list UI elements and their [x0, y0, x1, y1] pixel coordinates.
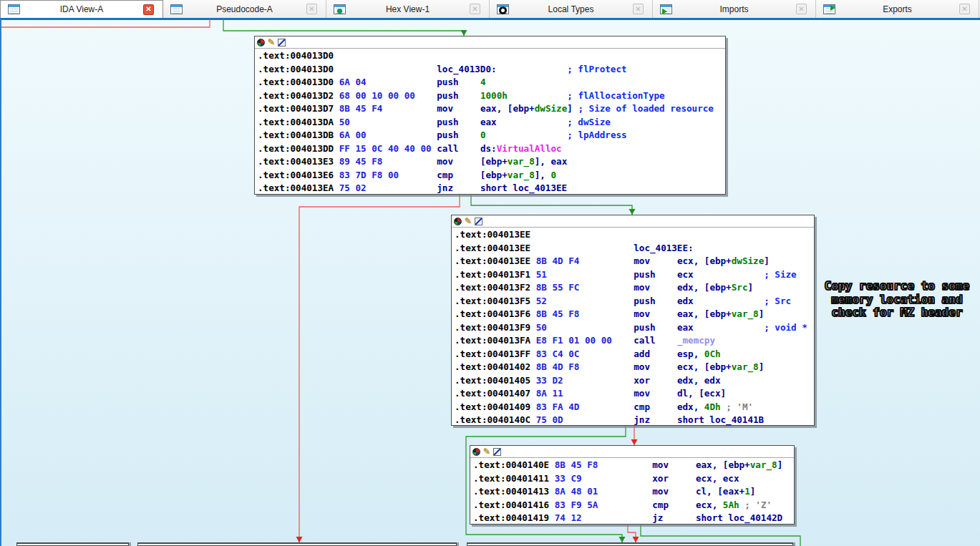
- disassembly-line[interactable]: .text:004013F2 8B 55 FC mov edx, [ebp+Sr…: [455, 281, 814, 295]
- hex-view-icon: [334, 4, 346, 14]
- node-pencil-icon[interactable]: ✎: [268, 39, 275, 47]
- tab-local-types[interactable]: Local Types✕: [490, 0, 653, 18]
- disassembly-line[interactable]: .text:004013DB 6A 00 push 0 ; lpAddress: [258, 129, 725, 142]
- node-chart-icon[interactable]: [475, 218, 482, 225]
- disassembly-line[interactable]: .text:004013E6 83 7D F8 00 cmp [ebp+var_…: [258, 169, 725, 182]
- tab-label: Hex View-1: [346, 4, 470, 14]
- tab-ida-view-a[interactable]: IDA View-A✕: [0, 0, 163, 18]
- tab-label: Pseudocode-A: [183, 4, 306, 14]
- disassembly-line[interactable]: .text:004013EE: [455, 228, 814, 242]
- tab-bar: IDA View-A✕Pseudocode-A✕Hex View-1✕Local…: [0, 0, 980, 19]
- node-pie-icon[interactable]: [472, 448, 480, 456]
- node-body: .text:004013EE.text:004013EE loc_4013EE:…: [452, 228, 814, 427]
- exports-icon: [823, 4, 835, 14]
- local-types-icon: [497, 4, 509, 14]
- tab-pseudocode-a[interactable]: Pseudocode-A✕: [163, 0, 326, 18]
- disassembly-line[interactable]: .text:004013FA E8 F1 01 00 00 call _memc…: [455, 334, 814, 348]
- disassembly-line[interactable]: .text:004013D2 68 00 10 00 00 push 1000h…: [258, 89, 725, 103]
- pseudocode-icon: [170, 4, 183, 14]
- node-chart-icon[interactable]: [278, 39, 286, 47]
- node-loc-4013EE[interactable]: ✎.text:004013EE.text:004013EE loc_4013EE…: [451, 215, 815, 426]
- disassembly-line[interactable]: .text:004013DA 50 push eax ; dwSize: [258, 116, 725, 130]
- tab-exports[interactable]: Exports✕: [816, 0, 979, 18]
- disassembly-line[interactable]: .text:004013DD FF 15 0C 40 40 00 call ds…: [258, 142, 725, 156]
- node-header: ✎: [255, 36, 725, 49]
- ida-view-icon: [8, 4, 20, 14]
- tab-close-icon[interactable]: ✕: [796, 4, 807, 14]
- disassembly-line[interactable]: .text:004013D0 6A 04 push 4: [258, 76, 725, 89]
- imports-icon: [660, 4, 672, 14]
- disassembly-line[interactable]: .text:004013EE loc_4013EE:: [455, 242, 814, 255]
- disassembly-line[interactable]: .text:00401407 8A 11 mov dl, [ecx]: [455, 387, 814, 401]
- disassembly-line[interactable]: .text:004013D0 loc_4013D0: ; flProtect: [258, 63, 725, 77]
- disassembly-line[interactable]: .text:00401413 8A 48 01 mov cl, [eax+1]: [473, 485, 794, 499]
- node-partial-right[interactable]: [467, 542, 793, 546]
- disassembly-line[interactable]: .text:0040140E 8B 45 F8 mov eax, [ebp+va…: [473, 459, 794, 472]
- node-partial-mid[interactable]: [137, 542, 457, 546]
- node-chart-icon[interactable]: [493, 448, 501, 456]
- disassembly-line[interactable]: .text:00401402 8B 4D F8 mov ecx, [ebp+va…: [455, 361, 814, 374]
- disassembly-line[interactable]: .text:004013F9 50 push eax ; void *: [455, 321, 814, 335]
- node-loc-4013D0[interactable]: ✎.text:004013D0.text:004013D0 loc_4013D0…: [254, 36, 726, 195]
- disassembly-line[interactable]: .text:00401416 83 F9 5A cmp ecx, 5Ah ; '…: [473, 499, 794, 512]
- disassembly-line[interactable]: .text:00401409 83 FA 4D cmp edx, 4Dh ; '…: [455, 401, 814, 414]
- node-loc-40140E[interactable]: ✎.text:0040140E 8B 45 F8 mov eax, [ebp+v…: [470, 445, 795, 525]
- annotation-line: memory location and: [813, 293, 980, 307]
- ida-pro-window: IDA View-A✕Pseudocode-A✕Hex View-1✕Local…: [0, 0, 980, 546]
- tab-close-icon[interactable]: ✕: [959, 4, 970, 14]
- tab-label: IDA View-A: [20, 4, 143, 14]
- disassembly-line[interactable]: .text:00401405 33 D2 xor edx, edx: [455, 374, 814, 388]
- graph-annotation-text: Copy resource to some memory location an…: [813, 280, 980, 320]
- disassembly-line[interactable]: .text:004013F6 8B 45 F8 mov eax, [ebp+va…: [455, 308, 814, 321]
- disassembly-line[interactable]: .text:00401419 74 12 jz short loc_40142D: [473, 512, 794, 525]
- disassembly-line[interactable]: .text:0040140C 75 0D jnz short loc_40141…: [455, 414, 814, 427]
- annotation-line: Copy resource to some: [813, 280, 980, 293]
- tab-label: Exports: [835, 4, 959, 14]
- disassembly-line[interactable]: .text:004013E3 89 45 F8 mov [ebp+var_8],…: [258, 155, 725, 169]
- node-pie-icon[interactable]: [454, 218, 462, 225]
- node-body: .text:004013D0.text:004013D0 loc_4013D0:…: [255, 49, 725, 195]
- disassembly-line[interactable]: .text:004013D0: [258, 49, 725, 63]
- disassembly-line[interactable]: .text:004013F5 52 push edx ; Src: [455, 295, 814, 308]
- node-header: ✎: [470, 446, 794, 458]
- tab-imports[interactable]: Imports✕: [653, 0, 816, 18]
- node-pencil-icon[interactable]: ✎: [465, 218, 472, 225]
- node-pie-icon[interactable]: [257, 39, 265, 47]
- node-pencil-icon[interactable]: ✎: [483, 448, 490, 456]
- tab-close-icon[interactable]: ✕: [306, 4, 317, 14]
- tab-close-icon[interactable]: ✕: [143, 4, 154, 15]
- disassembly-line[interactable]: .text:00401411 33 C9 xor ecx, ecx: [473, 472, 794, 486]
- node-partial-left[interactable]: [16, 542, 129, 546]
- tab-hex-view-1[interactable]: Hex View-1✕: [326, 0, 490, 18]
- node-body: .text:0040140E 8B 45 F8 mov eax, [ebp+va…: [470, 458, 794, 525]
- tab-label: Imports: [672, 4, 796, 14]
- tab-close-icon[interactable]: ✕: [470, 4, 480, 14]
- disassembly-line[interactable]: .text:004013D7 8B 45 F4 mov eax, [ebp+dw…: [258, 102, 725, 116]
- disassembly-line[interactable]: .text:004013EE 8B 4D F4 mov ecx, [ebp+dw…: [455, 255, 814, 268]
- tab-label: Local Types: [509, 4, 633, 14]
- disassembly-line[interactable]: .text:004013EA 75 02 jnz short loc_4013E…: [258, 182, 725, 195]
- disassembly-line[interactable]: .text:004013F1 51 push ecx ; Size: [455, 268, 814, 282]
- tab-close-icon[interactable]: ✕: [633, 4, 644, 14]
- annotation-line: check for MZ header: [813, 306, 980, 320]
- window-border-left: [0, 19, 1, 546]
- disassembly-line[interactable]: .text:004013FF 83 C4 0C add esp, 0Ch: [455, 348, 814, 361]
- node-header: ✎: [452, 215, 814, 228]
